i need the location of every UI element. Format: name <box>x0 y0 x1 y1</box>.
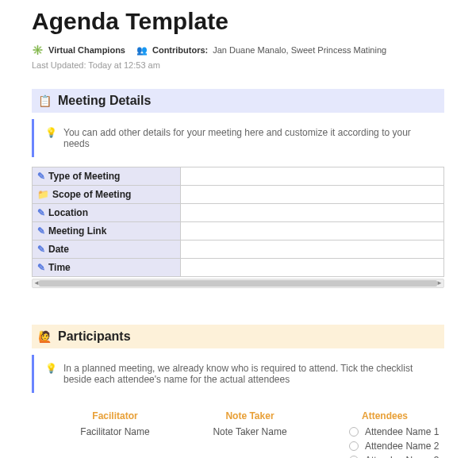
table-row: ✎Type of Meeting <box>33 167 444 186</box>
detail-label-text: Meeting Link <box>48 225 106 237</box>
folder-icon: 📁 <box>37 189 49 200</box>
section-header-participants: 🙋 Participants <box>32 325 444 348</box>
scroll-right-icon[interactable]: ► <box>436 279 443 287</box>
detail-label-text: Date <box>48 244 69 255</box>
pen-icon: ✎ <box>37 244 45 255</box>
contributors-icon: 👥 <box>136 45 148 56</box>
detail-value[interactable] <box>180 241 443 259</box>
participants-grid: Facilitator Facilitator Name Note Taker … <box>32 402 444 458</box>
contributors-label: Contributors: <box>152 45 208 55</box>
facilitator-header: Facilitator <box>56 410 175 421</box>
meta-row: ✳️ Virtual Champions 👥 Contributors: Jan… <box>32 44 444 56</box>
bulb-icon: 💡 <box>45 363 57 385</box>
person-icon: 🙋 <box>38 330 52 343</box>
attendee-name[interactable]: Attendee Name 2 <box>365 441 439 452</box>
detail-label: 📁Scope of Meeting <box>33 186 181 204</box>
note-taker-header: Note Taker <box>190 410 309 421</box>
table-row: ✎Date <box>33 241 444 259</box>
pen-icon: ✎ <box>37 262 45 273</box>
facilitator-column: Facilitator Facilitator Name <box>56 410 175 458</box>
table-row: 📁Scope of Meeting <box>33 186 444 204</box>
attendee-name[interactable]: Attendee Name 1 <box>365 426 439 437</box>
list-item: Attendee Name 2 <box>349 441 444 452</box>
note-taker-column: Note Taker Note Taker Name <box>190 410 309 458</box>
attendee-checkbox[interactable] <box>349 427 359 437</box>
detail-value[interactable] <box>180 186 443 204</box>
facilitator-name[interactable]: Facilitator Name <box>56 426 175 437</box>
hint-text: You can add other details for your meeti… <box>63 127 436 149</box>
pen-icon: ✎ <box>37 225 45 237</box>
detail-label: ✎Location <box>33 204 181 222</box>
attendees-column: Attendees Attendee Name 1Attendee Name 2… <box>325 410 444 458</box>
last-updated-label: Last Updated: <box>32 60 86 70</box>
detail-value[interactable] <box>180 222 443 241</box>
last-updated: Last Updated: Today at 12:53 am <box>32 60 444 70</box>
horizontal-scrollbar[interactable]: ◄ ► <box>32 279 444 288</box>
attendee-checkbox[interactable] <box>349 441 359 451</box>
workspace-name[interactable]: Virtual Champions <box>48 45 125 55</box>
detail-label-text: Location <box>48 207 88 218</box>
section-title: Meeting Details <box>58 94 151 108</box>
detail-label-text: Type of Meeting <box>48 171 120 182</box>
workspace-icon: ✳️ <box>32 44 44 56</box>
attendees-header: Attendees <box>325 410 444 421</box>
detail-label-text: Time <box>48 262 71 273</box>
table-row: ✎Time <box>33 259 444 277</box>
section-header-meeting-details: 📋 Meeting Details <box>32 89 444 113</box>
detail-label: ✎Date <box>33 241 181 259</box>
list-item: Attendee Name 3 <box>349 455 444 458</box>
page-title: Agenda Template <box>32 8 444 35</box>
detail-label: ✎Meeting Link <box>33 222 181 241</box>
section-title: Participants <box>58 329 131 344</box>
detail-label: ✎Time <box>33 259 181 277</box>
pen-icon: ✎ <box>37 171 45 182</box>
detail-value[interactable] <box>180 167 443 186</box>
scroll-thumb[interactable] <box>39 280 437 287</box>
detail-value[interactable] <box>180 259 443 277</box>
detail-label-text: Scope of Meeting <box>52 189 131 200</box>
notes-icon: 📋 <box>38 94 52 107</box>
table-row: ✎Location <box>33 204 444 222</box>
hint-text: In a planned meeting, we already know wh… <box>63 363 436 385</box>
last-updated-value: Today at 12:53 am <box>88 60 160 70</box>
pen-icon: ✎ <box>37 207 45 218</box>
list-item: Attendee Name 1 <box>349 426 444 437</box>
attendees-list: Attendee Name 1Attendee Name 2Attendee N… <box>325 426 444 458</box>
attendee-name[interactable]: Attendee Name 3 <box>365 455 439 458</box>
details-hint: 💡 You can add other details for your mee… <box>32 119 444 157</box>
participants-hint: 💡 In a planned meeting, we already know … <box>32 355 444 393</box>
table-row: ✎Meeting Link <box>33 222 444 241</box>
note-taker-name[interactable]: Note Taker Name <box>190 426 309 437</box>
detail-value[interactable] <box>180 204 443 222</box>
document-container: Agenda Template ✳️ Virtual Champions 👥 C… <box>0 0 476 458</box>
bulb-icon: 💡 <box>45 127 57 149</box>
meeting-details-table: ✎Type of Meeting📁Scope of Meeting✎Locati… <box>32 167 444 277</box>
detail-label: ✎Type of Meeting <box>33 167 181 186</box>
contributors-names[interactable]: Jan Duane Manalo, Sweet Princess Matinin… <box>213 45 386 55</box>
